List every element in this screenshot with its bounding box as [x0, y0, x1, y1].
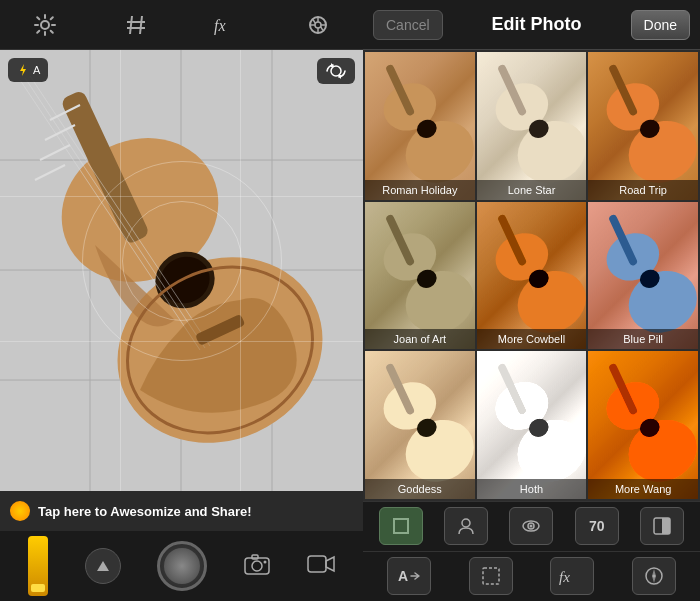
tool-top-row: 70	[363, 502, 700, 552]
up-arrow-button[interactable]	[85, 548, 121, 584]
awesomize-icon	[10, 501, 30, 521]
svg-point-0	[41, 21, 49, 29]
flash-label: A	[33, 64, 40, 76]
small-camera-icon[interactable]	[244, 553, 270, 580]
gear-icon[interactable]	[25, 5, 65, 45]
svg-point-87	[530, 525, 533, 528]
cancel-button[interactable]: Cancel	[373, 10, 443, 40]
contrast-tool-button[interactable]	[640, 507, 684, 545]
selection-tool-button[interactable]	[469, 557, 513, 595]
svg-marker-38	[337, 75, 341, 79]
filter-roman-holiday[interactable]: Roman Holiday	[365, 52, 475, 200]
composition-circle-2	[122, 201, 242, 321]
svg-line-2	[140, 16, 142, 34]
shutter-button-inner	[164, 548, 200, 584]
bottom-bar: Tap here to Awesomize and Share!	[0, 491, 363, 601]
edit-photo-title: Edit Photo	[492, 14, 582, 35]
filter-joan-of-art-label: Joan of Art	[365, 329, 475, 349]
awesomize-bar[interactable]: Tap here to Awesomize and Share!	[0, 491, 363, 531]
aperture-icon[interactable]	[298, 5, 338, 45]
filter-more-cowbell-label: More Cowbell	[477, 329, 587, 349]
svg-point-41	[252, 561, 262, 571]
value-tool-button[interactable]: 70	[575, 507, 619, 545]
filter-hoth[interactable]: Hoth	[477, 351, 587, 499]
awesomize-text: Tap here to Awesomize and Share!	[38, 504, 252, 519]
text-tool-button[interactable]: A	[387, 557, 431, 595]
svg-point-84	[462, 519, 470, 527]
compass-tool-button[interactable]	[632, 557, 676, 595]
crop-tool-button[interactable]	[379, 507, 423, 545]
svg-line-11	[320, 26, 322, 30]
svg-rect-90	[483, 568, 499, 584]
video-icon[interactable]	[307, 554, 335, 579]
filter-goddess[interactable]: Goddess	[365, 351, 475, 499]
svg-marker-39	[97, 561, 109, 571]
filter-hoth-label: Hoth	[477, 479, 587, 499]
flip-camera-button[interactable]	[317, 58, 355, 84]
filter-more-cowbell[interactable]: More Cowbell	[477, 202, 587, 350]
right-header: Cancel Edit Photo Done	[363, 0, 700, 50]
svg-text:fx: fx	[559, 569, 570, 585]
svg-rect-42	[252, 555, 258, 559]
svg-text:fx: fx	[214, 17, 226, 35]
value-display: 70	[589, 518, 605, 534]
filter-goddess-label: Goddess	[365, 479, 475, 499]
zoom-slider[interactable]	[28, 536, 48, 596]
svg-point-43	[264, 560, 267, 563]
filter-lone-star-label: Lone Star	[477, 180, 587, 200]
filter-blue-pill[interactable]: Blue Pill	[588, 202, 698, 350]
redeye-tool-button[interactable]	[509, 507, 553, 545]
svg-marker-35	[20, 64, 26, 76]
svg-point-94	[653, 575, 656, 578]
svg-text:A: A	[398, 568, 408, 584]
hash-icon[interactable]	[116, 5, 156, 45]
filter-more-wang[interactable]: More Wang	[588, 351, 698, 499]
done-button[interactable]: Done	[631, 10, 690, 40]
svg-rect-44	[308, 556, 326, 572]
fx-icon[interactable]: fx	[207, 5, 247, 45]
filter-blue-pill-label: Blue Pill	[588, 329, 698, 349]
shutter-button[interactable]	[157, 541, 207, 591]
svg-point-36	[331, 66, 341, 76]
svg-line-1	[130, 16, 132, 34]
svg-marker-37	[331, 63, 335, 67]
left-toolbar: fx	[0, 0, 363, 50]
portrait-tool-button[interactable]	[444, 507, 488, 545]
svg-marker-45	[326, 557, 334, 571]
filter-joan-of-art[interactable]: Joan of Art	[365, 202, 475, 350]
filter-lone-star[interactable]: Lone Star	[477, 52, 587, 200]
left-panel: fx	[0, 0, 363, 601]
svg-line-10	[313, 19, 315, 23]
filter-road-trip-label: Road Trip	[588, 180, 698, 200]
flash-auto-button[interactable]: A	[8, 58, 48, 82]
svg-rect-83	[396, 521, 406, 531]
camera-controls	[0, 531, 363, 601]
fx-tool-button[interactable]: fx	[550, 557, 594, 595]
right-panel: Cancel Edit Photo Done Roman Holiday	[363, 0, 700, 601]
tool-bottom-row: A fx	[363, 552, 700, 602]
filter-roman-holiday-label: Roman Holiday	[365, 180, 475, 200]
filter-grid: Roman Holiday Lone Star	[363, 50, 700, 501]
right-bottom-toolbar: 70 A	[363, 501, 700, 601]
filter-road-trip[interactable]: Road Trip	[588, 52, 698, 200]
photo-area: A	[0, 50, 363, 491]
filter-more-wang-label: More Wang	[588, 479, 698, 499]
